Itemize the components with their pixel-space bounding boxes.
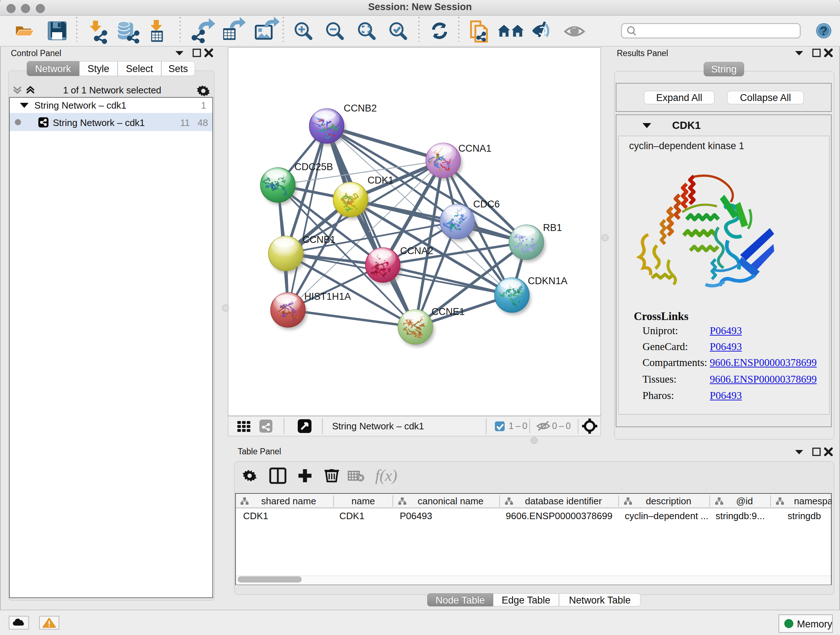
svg-text:1 – 0: 1 – 0	[508, 421, 527, 431]
svg-text:shared name: shared name	[261, 496, 316, 507]
svg-text:CCNA2: CCNA2	[400, 245, 433, 256]
svg-text:CDC6: CDC6	[473, 199, 500, 210]
svg-text:description: description	[646, 496, 691, 507]
svg-text:CDK1: CDK1	[368, 175, 393, 186]
svg-text:f(x): f(x)	[375, 467, 397, 485]
svg-text:@id: @id	[736, 496, 753, 507]
svg-text:CCNB2: CCNB2	[344, 103, 377, 114]
svg-text:String Network – cdk1: String Network – cdk1	[332, 421, 424, 432]
svg-text:CCNB1: CCNB1	[302, 234, 336, 245]
svg-text:database identifier: database identifier	[525, 496, 602, 507]
svg-text:HIST1H1A: HIST1H1A	[304, 291, 351, 302]
svg-text:canonical name: canonical name	[417, 496, 483, 507]
svg-text:namespace: namespace	[794, 496, 832, 507]
svg-text:0 – 0: 0 – 0	[552, 421, 571, 431]
svg-text:CDKN1A: CDKN1A	[528, 276, 568, 287]
svg-text:name: name	[351, 496, 375, 507]
svg-text:CCNA1: CCNA1	[458, 143, 492, 154]
svg-text:?: ?	[820, 24, 828, 38]
svg-text:CDC25B: CDC25B	[294, 162, 333, 172]
svg-text:RB1: RB1	[543, 222, 562, 233]
svg-text:CCNE1: CCNE1	[431, 306, 465, 317]
